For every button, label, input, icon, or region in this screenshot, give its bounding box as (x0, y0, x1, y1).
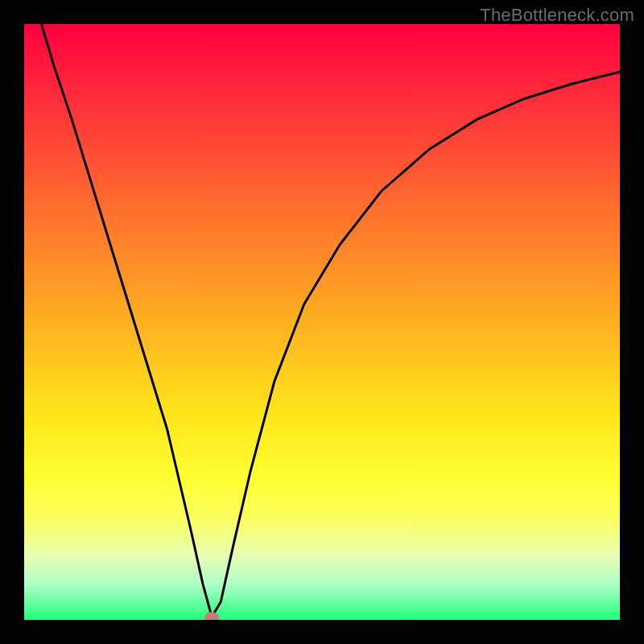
chart-frame: TheBottleneck.com (0, 0, 644, 644)
plot-area (24, 24, 620, 620)
bottleneck-curve-svg (24, 24, 620, 620)
minimum-marker (204, 612, 219, 620)
bottleneck-curve (24, 24, 620, 617)
watermark-text: TheBottleneck.com (480, 5, 634, 26)
